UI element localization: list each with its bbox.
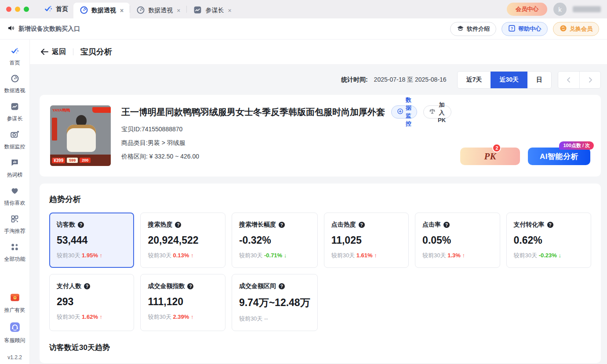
ai-analysis-button[interactable]: AI智能分析 [528, 148, 590, 165]
help-circle-icon[interactable]: ? [175, 222, 181, 228]
sidebar-item-label: 客服顾问 [4, 337, 25, 344]
zoom-window-button[interactable] [24, 7, 29, 12]
back-arrow-icon [40, 49, 48, 55]
metric-card-点击热度[interactable]: 点击热度 ? 11,025 较前30天 1.61% ↑ [324, 213, 409, 268]
home-button[interactable]: 首页 [39, 4, 73, 14]
app-version: v1.2.2 [7, 354, 22, 360]
metric-name: 点击率 [422, 221, 441, 229]
notice-button-label: 兑换会员 [570, 25, 592, 33]
prev-period-button[interactable] [558, 72, 579, 88]
thumb-price-coupon: 200 [80, 158, 91, 163]
header-divider [73, 48, 73, 55]
metric-change-row: 较前30天 2.39% ↑ [148, 313, 218, 321]
range-option-近7天[interactable]: 近7天 [458, 72, 491, 88]
metric-name: 访客数 [57, 221, 75, 229]
window-controls [6, 7, 29, 12]
sidebar-item-首页[interactable]: 首页 [4, 47, 25, 67]
notice-button-帮助中心[interactable]: ? 帮助中心 [502, 22, 548, 36]
page-header: 返回 宝贝分析 [30, 40, 607, 64]
page-title: 宝贝分析 [80, 47, 112, 57]
member-center-button[interactable]: 会员中心 [507, 3, 547, 16]
help-circle-icon[interactable]: ? [443, 222, 450, 228]
sidebar-item-手淘推荐[interactable]: 手淘推荐 [4, 214, 25, 235]
metric-card-点击率[interactable]: 点击率 ? 0.05% 较前30天 1.3% ↑ [415, 213, 500, 268]
thumb-side-tag [52, 118, 57, 141]
date-range-segment: 近7天近30天日 [457, 71, 552, 89]
product-image[interactable]: YAYA鸭鸭 ¥399 599 200 [50, 105, 111, 166]
notice-text: 新增设备次数购买入口 [18, 25, 80, 33]
data-monitor-button[interactable]: 数据监控 [391, 105, 417, 119]
app-window: 首页 数据透视 × 数据透视 × 参谋长 × 会员中心 k 新增设备次数购买入口… [0, 0, 607, 364]
tab-strip: 数据透视 × 数据透视 × 参谋长 × [73, 0, 238, 18]
chevron-left-icon [566, 77, 571, 83]
titlebar: 首页 数据透视 × 数据透视 × 参谋长 × 会员中心 k [0, 0, 607, 18]
compare-label: 较前30天 [422, 252, 447, 259]
next-period-button[interactable] [579, 72, 600, 88]
notice-button-软件介绍[interactable]: 软件介绍 [450, 22, 496, 36]
sidebar-item-数据监控[interactable]: 数据监控 [4, 130, 25, 151]
ai-cost-badge: 100点数 / 次 [559, 141, 594, 150]
metric-change-row: 较前30天 1.62% ↑ [57, 313, 127, 321]
close-tab-icon[interactable]: × [177, 7, 180, 14]
sidebar-item-label: 手淘推荐 [4, 227, 25, 235]
product-info: 王一博明星同款鸭鸭羽绒服男女士冬季反季韩版面包服时尚加厚外套 数据监控 加入PK… [121, 105, 450, 166]
minimize-window-button[interactable] [15, 7, 20, 12]
metric-change-value: 1.3% ↑ [447, 252, 465, 259]
metric-change-row: 较前30天 -0.23% ↓ [514, 252, 584, 259]
range-option-日[interactable]: 日 [527, 72, 551, 88]
metric-card-搜索增长幅度[interactable]: 搜索增长幅度 ? -0.32% 较前30天 -0.71% ↓ [232, 213, 318, 268]
pivot-icon [136, 6, 145, 16]
help-circle-icon[interactable]: ? [78, 222, 84, 228]
metric-name: 搜索增长幅度 [239, 221, 276, 229]
help-circle-icon[interactable]: ? [279, 283, 285, 289]
content-scroll[interactable]: 统计时间: 2025-07-18 至 2025-08-16 近7天近30天日 [30, 64, 607, 364]
product-card: YAYA鸭鸭 ¥399 599 200 王一博明星同款鸭鸭羽绒 [40, 95, 601, 177]
close-window-button[interactable] [6, 7, 11, 12]
gauge-icon [11, 74, 19, 85]
sidebar-item-label: 全部功能 [4, 256, 25, 263]
join-pk-button[interactable]: 加入PK [423, 105, 451, 119]
help-circle-icon[interactable]: ? [279, 222, 285, 228]
pk-button[interactable]: PK [460, 148, 520, 165]
sidebar-item-数据透视[interactable]: 数据透视 [4, 74, 25, 94]
metric-card-成交金额指数[interactable]: 成交金额指数 ? 111,120 较前30天 2.39% ↑ [140, 274, 225, 331]
notice-message[interactable]: 新增设备次数购买入口 [7, 24, 80, 33]
trend-title: 趋势分析 [49, 194, 591, 205]
close-tab-icon[interactable]: × [228, 7, 231, 14]
notice-buttons: 软件介绍 ? 帮助中心 兑换会员 [450, 22, 599, 36]
sidebar-item-热词榜[interactable]: 热词榜 [4, 158, 25, 179]
metric-card-支付转化率[interactable]: 支付转化率 ? 0.62% 较前30天 -0.23% ↓ [506, 213, 591, 268]
sidebar-item-推广有奖[interactable]: 推广有奖 [4, 291, 25, 314]
tab-参谋长-2[interactable]: 参谋长 × [187, 3, 237, 18]
notice-button-兑换会员[interactable]: 兑换会员 [553, 22, 599, 36]
range-option-近30天[interactable]: 近30天 [491, 72, 527, 88]
sidebar-item-全部功能[interactable]: 全部功能 [4, 242, 25, 263]
metric-card-访客数[interactable]: 访客数 ? 53,444 较前30天 1.95% ↑ [49, 213, 134, 268]
metric-card-支付人数[interactable]: 支付人数 ? 293 较前30天 1.62% ↑ [49, 274, 134, 331]
metric-name: 支付转化率 [514, 221, 545, 229]
help-circle-icon[interactable]: ? [359, 222, 365, 228]
sidebar-item-客服顾问[interactable]: 客服顾问 [4, 321, 25, 344]
metric-grid: 访客数 ? 53,444 较前30天 1.95% ↑ 搜索热度 ? 20,924… [49, 213, 591, 331]
back-button[interactable]: 返回 [40, 47, 66, 57]
close-tab-icon[interactable]: × [120, 7, 124, 14]
tab-label: 参谋长 [205, 7, 224, 14]
tab-数据透视-1[interactable]: 数据透视 × [130, 3, 186, 18]
metric-value: 0.62% [514, 234, 584, 246]
metric-card-成交金额区间[interactable]: 成交金额区间 ? 9.74万~12.48万 较前30天 -- [232, 274, 318, 331]
sidebar-item-猜你喜欢[interactable]: 猜你喜欢 [4, 186, 25, 207]
tab-数据透视-0[interactable]: 数据透视 × [73, 3, 130, 18]
compare-label: 较前30天 [239, 315, 262, 322]
help-circle-icon[interactable]: ? [547, 222, 553, 228]
help-circle-icon[interactable]: ? [187, 283, 193, 289]
thumb-price-old: 599 [67, 158, 78, 163]
sidebar-item-参谋长[interactable]: 参谋长 [4, 102, 25, 123]
metric-change-value: 0.13% ↑ [173, 252, 194, 259]
titlebar-right: 会员中心 k [507, 3, 601, 16]
avatar[interactable]: k [553, 3, 567, 16]
metric-card-搜索热度[interactable]: 搜索热度 ? 20,924,522 较前30天 0.13% ↑ [140, 213, 225, 268]
visitor-trend-section-title: 访客数近30天趋势 [49, 342, 591, 353]
compare-label: 较前30天 [331, 252, 356, 259]
help-circle-icon[interactable]: ? [84, 283, 90, 289]
tab-label: 数据透视 [148, 7, 173, 14]
